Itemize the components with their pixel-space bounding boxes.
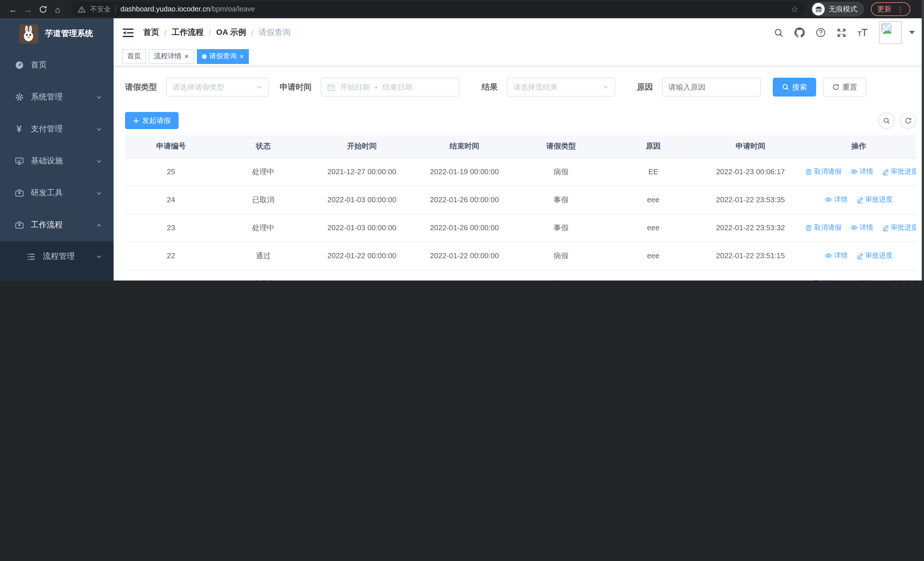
detail-link[interactable]: 详情 bbox=[825, 251, 848, 260]
eye-icon bbox=[825, 196, 832, 203]
security-warning-icon bbox=[78, 5, 86, 13]
cell-actions: 取消请假 详情 审批进度 bbox=[802, 158, 916, 186]
avatar-caret-icon[interactable] bbox=[909, 31, 915, 34]
cancel-leave-link[interactable]: 取消请假 bbox=[806, 279, 842, 281]
sidebar-fold-icon[interactable] bbox=[123, 28, 134, 38]
progress-link[interactable]: 审批进度 bbox=[882, 279, 916, 281]
table-row: 23 处理中 2022-01-03 00:00:00 2022-01-26 00… bbox=[125, 214, 916, 242]
cell-status: 处理中 bbox=[217, 214, 309, 242]
calendar-icon bbox=[327, 83, 335, 91]
dashboard-icon bbox=[14, 60, 24, 70]
reset-button[interactable]: 重置 bbox=[823, 78, 866, 96]
create-leave-button[interactable]: 发起请假 bbox=[125, 112, 178, 129]
refresh-table-button[interactable] bbox=[900, 113, 916, 129]
leave-type-select[interactable]: 请选择请假类型 bbox=[166, 78, 269, 96]
sidebar-item-pay[interactable]: ¥ 支付管理 bbox=[0, 113, 114, 145]
progress-link[interactable]: 审批进度 bbox=[856, 251, 892, 260]
cell-actions: 取消请假 详情 审批进度 bbox=[802, 270, 916, 281]
trash-icon bbox=[806, 168, 812, 175]
range-separator: - bbox=[375, 83, 378, 92]
font-size-icon[interactable] bbox=[857, 28, 868, 37]
column-header: 申请时间 bbox=[699, 135, 802, 158]
browser-home-icon[interactable]: ⌂ bbox=[50, 4, 65, 14]
cell-apply-id: 25 bbox=[125, 158, 217, 186]
filter-form: 请假类型 请选择请假类型 申请时间 开始日期 - 结束日期 bbox=[125, 78, 916, 96]
tag-close-icon[interactable]: × bbox=[184, 53, 189, 60]
chevron-down-icon bbox=[96, 94, 102, 100]
pen-icon bbox=[882, 224, 889, 231]
filter-leave-type: 请假类型 请选择请假类型 bbox=[125, 78, 269, 96]
browser-update-button[interactable]: 更新 ⋮ bbox=[871, 2, 910, 16]
cancel-leave-link[interactable]: 取消请假 bbox=[806, 223, 842, 233]
app-logo[interactable]: 芋道管理系统 bbox=[0, 18, 114, 49]
cell-apply-id: 23 bbox=[125, 214, 217, 242]
tag-close-icon[interactable]: × bbox=[239, 53, 244, 60]
sidebar-item-dev-tools[interactable]: 研发工具 bbox=[0, 177, 114, 209]
column-header: 开始时间 bbox=[310, 135, 414, 158]
breadcrumb-oa-example[interactable]: OA 示例 bbox=[216, 27, 246, 38]
chevron-down-icon bbox=[256, 84, 262, 90]
broken-image-icon bbox=[880, 23, 892, 34]
sidebar-item-task-mgmt[interactable]: 任务管理 bbox=[0, 272, 114, 281]
logo-image bbox=[20, 24, 38, 43]
browser-forward-icon[interactable]: → bbox=[21, 4, 35, 14]
progress-link[interactable]: 审批进度 bbox=[882, 223, 916, 233]
sidebar-item-workflow[interactable]: 工作流程 bbox=[0, 209, 114, 241]
cell-leave-type: 病假 bbox=[515, 270, 607, 281]
browser-reload-icon[interactable] bbox=[35, 5, 50, 14]
avatar[interactable] bbox=[879, 21, 902, 44]
sidebar-item-process-mgmt[interactable]: 流程管理 bbox=[0, 241, 114, 272]
cell-apply-id: 22 bbox=[125, 242, 217, 270]
browser-menu-icon[interactable]: ⋮ bbox=[897, 5, 904, 14]
cell-start-time: 2022-01-22 00:00:00 bbox=[310, 270, 414, 281]
incognito-label: 无痕模式 bbox=[829, 4, 857, 14]
bookmark-star-icon[interactable]: ☆ bbox=[791, 4, 798, 14]
column-header: 原因 bbox=[607, 135, 699, 158]
cell-apply-id: 24 bbox=[125, 186, 217, 214]
progress-link[interactable]: 审批进度 bbox=[882, 167, 916, 176]
detail-link[interactable]: 详情 bbox=[850, 278, 873, 281]
cell-apply-time: 2022-01-22 23:49:46 bbox=[699, 270, 802, 281]
progress-link[interactable]: 审批进度 bbox=[856, 195, 892, 205]
breadcrumb-home[interactable]: 首页 bbox=[143, 27, 159, 38]
filter-apply-time: 申请时间 开始日期 - 结束日期 bbox=[280, 78, 459, 96]
cell-end-time: 2022-01-23 00:00:00 bbox=[414, 270, 515, 281]
search-icon[interactable] bbox=[774, 28, 784, 38]
result-select[interactable]: 请选择流结果 bbox=[507, 78, 615, 96]
apply-time-label: 申请时间 bbox=[280, 82, 312, 92]
tags-view: 首页 流程详情 × 请假查询 × bbox=[114, 47, 924, 66]
detail-link[interactable]: 详情 bbox=[850, 167, 873, 176]
cell-actions: 详情 审批进度 bbox=[802, 186, 916, 214]
sidebar-item-infra[interactable]: 基础设施 bbox=[0, 145, 114, 177]
browser-back-icon[interactable]: ← bbox=[6, 4, 21, 14]
github-icon[interactable] bbox=[795, 27, 805, 38]
table-row: 24 已取消 2022-01-03 00:00:00 2022-01-26 00… bbox=[125, 186, 916, 214]
sidebar-item-system[interactable]: 系统管理 bbox=[0, 81, 114, 113]
screen: ← → ⌂ 不安全 dashboard.yudao.iocoder.cn/bpm… bbox=[0, 0, 924, 281]
eye-icon bbox=[850, 168, 858, 175]
sidebar: 芋道管理系统 首页 系统管理 ¥ 支付管理 bbox=[0, 18, 114, 281]
breadcrumb-workflow[interactable]: 工作流程 bbox=[172, 27, 204, 38]
omnibox-divider bbox=[115, 5, 116, 13]
reason-input[interactable] bbox=[662, 78, 761, 96]
help-icon[interactable] bbox=[816, 27, 826, 38]
url-text: dashboard.yudao.iocoder.cn/bpm/oa/leave bbox=[120, 5, 786, 13]
detail-link[interactable]: 详情 bbox=[825, 194, 848, 204]
tag-leave-query[interactable]: 请假查询 × bbox=[196, 49, 249, 64]
tag-home[interactable]: 首页 bbox=[122, 49, 146, 64]
sidebar-item-home[interactable]: 首页 bbox=[0, 49, 114, 81]
detail-link[interactable]: 详情 bbox=[850, 223, 873, 232]
fullscreen-icon[interactable] bbox=[837, 28, 846, 38]
cancel-leave-link[interactable]: 取消请假 bbox=[806, 167, 842, 176]
search-button[interactable]: 搜索 bbox=[773, 78, 816, 96]
pen-icon bbox=[856, 252, 864, 259]
security-label[interactable]: 不安全 bbox=[90, 4, 111, 14]
address-bar[interactable]: 不安全 dashboard.yudao.iocoder.cn/bpm/oa/le… bbox=[71, 2, 805, 17]
sidebar-menu: 首页 系统管理 ¥ 支付管理 基础设施 bbox=[0, 49, 114, 281]
browser-scrollbar[interactable] bbox=[922, 0, 924, 281]
toggle-search-button[interactable] bbox=[878, 113, 894, 129]
search-icon bbox=[883, 117, 890, 124]
chevron-up-icon bbox=[96, 222, 102, 228]
tag-process-detail[interactable]: 流程详情 × bbox=[149, 49, 194, 64]
date-range-picker[interactable]: 开始日期 - 结束日期 bbox=[321, 78, 459, 96]
